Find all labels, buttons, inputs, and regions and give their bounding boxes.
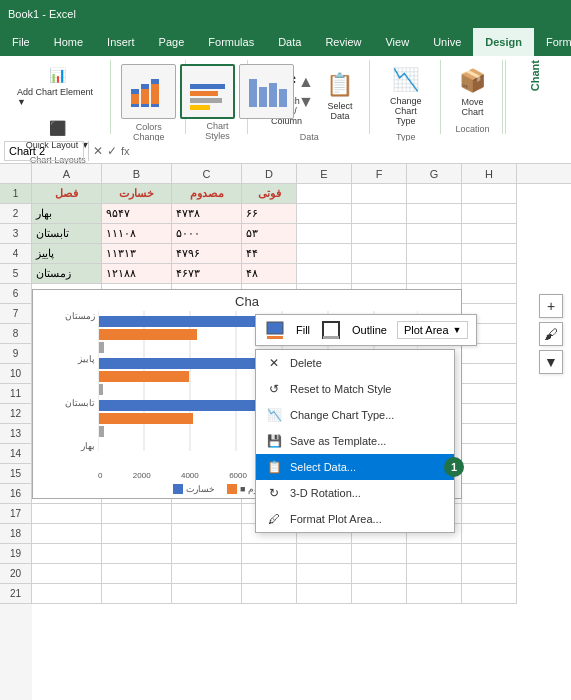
col-header-h[interactable]: H	[462, 164, 517, 183]
col-header-f[interactable]: F	[352, 164, 407, 183]
cell-a4[interactable]: پاییز	[32, 244, 102, 264]
cell-a2[interactable]: بهار	[32, 204, 102, 224]
cell-b2[interactable]: ۹۵۴۷	[102, 204, 172, 224]
col-header-b[interactable]: B	[102, 164, 172, 183]
ctx-save-template[interactable]: 💾 Save as Template...	[256, 428, 454, 454]
row-num-19[interactable]: 19	[0, 544, 32, 564]
cell-h4[interactable]	[462, 244, 517, 264]
tab-file[interactable]: File	[0, 28, 42, 56]
tab-data[interactable]: Data	[266, 28, 313, 56]
cancel-formula-icon[interactable]: ✕	[93, 144, 103, 158]
cell-e1[interactable]	[297, 184, 352, 204]
ctx-3d-rotation[interactable]: ↻ 3-D Rotation...	[256, 480, 454, 506]
tab-format[interactable]: Format	[534, 28, 571, 56]
cell-e2[interactable]	[297, 204, 352, 224]
tab-design[interactable]: Design	[473, 28, 534, 56]
cell-b4[interactable]: ۱۱۳۱۳	[102, 244, 172, 264]
row-num-8[interactable]: 8	[0, 324, 32, 344]
add-chart-element-button[interactable]: 📊 Add Chart Element ▼	[14, 60, 102, 110]
ctx-format-plot-area[interactable]: 🖊 Format Plot Area...	[256, 506, 454, 532]
row-num-1[interactable]: 1	[0, 184, 32, 204]
cell-b3[interactable]: ۱۱۱۰۸	[102, 224, 172, 244]
cell-f1[interactable]	[352, 184, 407, 204]
tab-review[interactable]: Review	[313, 28, 373, 56]
chart-style-2[interactable]	[180, 64, 235, 119]
cell-e3[interactable]	[297, 224, 352, 244]
paint-side-button[interactable]: 🖌	[539, 322, 563, 346]
cell-g3[interactable]	[407, 224, 462, 244]
row-num-9[interactable]: 9	[0, 344, 32, 364]
row-num-3[interactable]: 3	[0, 224, 32, 244]
cell-g2[interactable]	[407, 204, 462, 224]
row-num-12[interactable]: 12	[0, 404, 32, 424]
col-header-a[interactable]: A	[32, 164, 102, 183]
row-num-6[interactable]: 6	[0, 284, 32, 304]
row-num-11[interactable]: 11	[0, 384, 32, 404]
col-header-d[interactable]: D	[242, 164, 297, 183]
col-header-g[interactable]: G	[407, 164, 462, 183]
ctx-select-data[interactable]: 📋 Select Data... 1	[256, 454, 454, 480]
cell-g1[interactable]	[407, 184, 462, 204]
cell-f3[interactable]	[352, 224, 407, 244]
row-num-5[interactable]: 5	[0, 264, 32, 284]
plot-area-dropdown[interactable]: Plot Area ▼	[397, 321, 469, 339]
row-num-16[interactable]: 16	[0, 484, 32, 504]
select-data-button[interactable]: 📋 SelectData	[319, 65, 360, 125]
row-num-7[interactable]: 7	[0, 304, 32, 324]
col-header-e[interactable]: E	[297, 164, 352, 183]
insert-function-icon[interactable]: fx	[121, 145, 130, 157]
tab-univers[interactable]: Unive	[421, 28, 473, 56]
cell-c3[interactable]: ۵۰۰۰	[172, 224, 242, 244]
cell-b5[interactable]: ۱۲۱۸۸	[102, 264, 172, 284]
row-num-13[interactable]: 13	[0, 424, 32, 444]
row-num-10[interactable]: 10	[0, 364, 32, 384]
cell-a3[interactable]: تابستان	[32, 224, 102, 244]
tab-formulas[interactable]: Formulas	[196, 28, 266, 56]
row-num-18[interactable]: 18	[0, 524, 32, 544]
cell-d1[interactable]: فوتی	[242, 184, 297, 204]
cell-a1[interactable]: فصل	[32, 184, 102, 204]
chart-style-3[interactable]	[239, 64, 294, 119]
cell-a5[interactable]: زمستان	[32, 264, 102, 284]
tab-home[interactable]: Home	[42, 28, 95, 56]
cell-b1[interactable]: خسارت	[102, 184, 172, 204]
cell-e5[interactable]	[297, 264, 352, 284]
tab-view[interactable]: View	[373, 28, 421, 56]
cell-d3[interactable]: ۵۳	[242, 224, 297, 244]
cell-f5[interactable]	[352, 264, 407, 284]
ctx-reset-style[interactable]: ↺ Reset to Match Style	[256, 376, 454, 402]
tab-insert[interactable]: Insert	[95, 28, 147, 56]
cell-g5[interactable]	[407, 264, 462, 284]
cell-c1[interactable]: مصدوم	[172, 184, 242, 204]
cell-d5[interactable]: ۴۸	[242, 264, 297, 284]
cell-d2[interactable]: ۶۶	[242, 204, 297, 224]
cell-e4[interactable]	[297, 244, 352, 264]
row-num-20[interactable]: 20	[0, 564, 32, 584]
chart-style-1[interactable]	[121, 64, 176, 119]
cell-c5[interactable]: ۴۶۷۳	[172, 264, 242, 284]
add-element-side-button[interactable]: +	[539, 294, 563, 318]
cell-c2[interactable]: ۴۷۳۸	[172, 204, 242, 224]
cell-c4[interactable]: ۴۷۹۶	[172, 244, 242, 264]
cell-h2[interactable]	[462, 204, 517, 224]
row-num-21[interactable]: 21	[0, 584, 32, 604]
cell-f2[interactable]	[352, 204, 407, 224]
cell-h3[interactable]	[462, 224, 517, 244]
col-header-c[interactable]: C	[172, 164, 242, 183]
ctx-change-chart-type[interactable]: 📉 Change Chart Type...	[256, 402, 454, 428]
cell-h5[interactable]	[462, 264, 517, 284]
confirm-formula-icon[interactable]: ✓	[107, 144, 117, 158]
cell-d4[interactable]: ۴۴	[242, 244, 297, 264]
row-num-2[interactable]: 2	[0, 204, 32, 224]
cell-f4[interactable]	[352, 244, 407, 264]
row-num-4[interactable]: 4	[0, 244, 32, 264]
formula-input[interactable]	[134, 141, 567, 161]
tab-pagelayout[interactable]: Page	[147, 28, 197, 56]
name-box[interactable]: Chart 2	[4, 141, 84, 161]
row-num-17[interactable]: 17	[0, 504, 32, 524]
row-num-14[interactable]: 14	[0, 444, 32, 464]
cell-h1[interactable]	[462, 184, 517, 204]
cell-g4[interactable]	[407, 244, 462, 264]
ctx-delete[interactable]: ✕ Delete	[256, 350, 454, 376]
move-chart-button[interactable]: 📦 MoveChart	[450, 61, 494, 121]
